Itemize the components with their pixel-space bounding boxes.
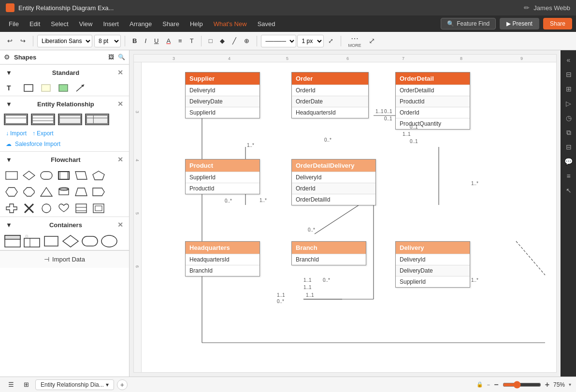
right-panel-clock[interactable]: ◷ — [563, 112, 575, 124]
font-family-select[interactable]: Liberation Sans Arial Helvetica — [37, 35, 92, 47]
zoom-slider[interactable] — [503, 381, 541, 389]
text-align-button[interactable]: T — [187, 35, 197, 46]
entity-supplier[interactable]: Supplier DeliveryId DeliveryDate Supplie… — [185, 72, 260, 118]
image-icon[interactable]: 🖼 — [108, 54, 114, 60]
fc-circle[interactable] — [39, 202, 54, 215]
right-panel-grid[interactable]: ⊞ — [563, 83, 575, 95]
list-view-button[interactable]: ☰ — [5, 379, 17, 390]
search-icon[interactable]: 🔍 — [118, 54, 125, 60]
ct-shape-4[interactable] — [62, 234, 79, 248]
grid-view-button[interactable]: ⊞ — [20, 379, 32, 390]
standard-section-header[interactable]: ▼ Standard ✕ — [0, 65, 129, 80]
ct-shape-3[interactable] — [43, 234, 60, 248]
zoom-dropdown-icon[interactable]: ▾ — [569, 382, 571, 387]
import-button[interactable]: ↓ Import — [6, 130, 27, 137]
fc-pentagon[interactable] — [91, 169, 106, 182]
more-button[interactable]: ⋯ MORE — [345, 33, 364, 49]
fill-shape-button[interactable]: □ — [205, 35, 216, 46]
right-panel-format[interactable]: ⊟ — [563, 141, 575, 153]
fc-rect-thick[interactable] — [56, 169, 72, 182]
entity-product[interactable]: Product SupplierId ProductId — [185, 159, 260, 194]
edit-title-icon[interactable]: ✏ — [524, 4, 530, 12]
share-button[interactable]: Share — [543, 18, 572, 29]
fc-cylinder[interactable] — [56, 186, 72, 198]
er-close-icon[interactable]: ✕ — [117, 100, 123, 108]
fc-heart[interactable] — [56, 202, 72, 215]
fc-list[interactable] — [73, 202, 89, 215]
add-tab-button[interactable]: + — [117, 379, 128, 390]
colored-rect-shape[interactable] — [56, 82, 71, 94]
menu-saved[interactable]: Saved — [253, 18, 280, 29]
ct-shape-6[interactable] — [101, 234, 118, 248]
canvas-area[interactable]: 3 4 5 6 7 8 9 3 4 5 6 0..* — [130, 50, 561, 377]
import-data-button[interactable]: ⊣ Import Data — [0, 250, 129, 268]
menu-arrange[interactable]: Arrange — [125, 18, 157, 29]
arrow-shape[interactable] — [73, 82, 88, 94]
ct-close-icon[interactable]: ✕ — [117, 221, 123, 229]
connection-style-button[interactable]: ⊕ — [241, 35, 253, 46]
right-panel-layers[interactable]: ⧉ — [563, 127, 575, 138]
fc-double[interactable] — [91, 202, 106, 215]
fill-color-button[interactable]: ◆ — [216, 35, 228, 46]
er-shape-2[interactable] — [31, 114, 55, 125]
entity-delivery[interactable]: Delivery DeliveryId DeliveryDate Supplie… — [395, 241, 470, 288]
sticky-shape[interactable] — [39, 82, 53, 94]
font-color-button[interactable]: A — [163, 35, 174, 46]
fc-hexagon[interactable] — [4, 186, 19, 198]
right-panel-present[interactable]: ▷ — [563, 98, 575, 109]
entity-order[interactable]: Order OrderId OrderDate HeadquartersId — [291, 72, 369, 118]
underline-button[interactable]: U — [151, 35, 162, 46]
right-panel-more[interactable]: ≡ — [563, 170, 575, 182]
diagram-tab[interactable]: Entity Relationship Dia... ▾ — [35, 379, 114, 390]
bold-button[interactable]: B — [129, 35, 140, 46]
fc-octagon[interactable] — [21, 186, 37, 198]
text-shape[interactable]: T — [4, 82, 18, 94]
menu-view[interactable]: View — [74, 18, 98, 29]
er-section-header[interactable]: ▼ Entity Relationship ✕ — [0, 96, 129, 112]
flowchart-section-header[interactable]: ▼ Flowchart ✕ — [0, 152, 129, 167]
er-shape-1[interactable] — [4, 114, 28, 125]
fc-rect[interactable] — [4, 169, 19, 182]
entity-orderdetail[interactable]: OrderDetail OrderDetailId ProductId Orde… — [395, 72, 470, 130]
right-panel-pages[interactable]: ⊟ — [563, 69, 575, 80]
undo-button[interactable]: ↩ — [4, 35, 16, 46]
er-shape-3[interactable] — [58, 114, 82, 125]
entity-headquarters[interactable]: Headquarters HeadquartersId BranchId — [185, 241, 260, 276]
menu-insert[interactable]: Insert — [98, 18, 124, 29]
canvas[interactable]: 3 4 5 6 7 8 9 3 4 5 6 0..* — [133, 54, 557, 373]
menu-share[interactable]: Share — [158, 18, 184, 29]
zoom-minus-button[interactable]: − — [494, 380, 498, 389]
italic-button[interactable]: I — [141, 35, 150, 46]
line-style-select[interactable]: ───── - - - - — [261, 35, 296, 47]
fc-triangle[interactable] — [39, 186, 54, 198]
font-size-select[interactable]: 8 pt 10 pt 12 pt 14 pt — [94, 35, 121, 47]
fc-rounded[interactable] — [39, 169, 54, 182]
ct-shape-2[interactable]: □ — [23, 234, 41, 248]
ct-shape-1[interactable] — [4, 234, 21, 248]
right-panel-cursor[interactable]: ↖ — [563, 185, 575, 196]
salesforce-button[interactable]: ☁ Salesforce Import — [0, 140, 129, 151]
line-color-button[interactable]: ╱ — [229, 35, 240, 46]
fc-close-icon[interactable]: ✕ — [117, 156, 123, 163]
align-button[interactable]: ≡ — [175, 35, 186, 46]
entity-orderdetaildelivery[interactable]: OrderDetailDelivery DeliveryId OrderId O… — [291, 159, 376, 205]
fc-parallelogram[interactable] — [73, 169, 89, 182]
menu-help[interactable]: Help — [185, 18, 208, 29]
menu-file[interactable]: File — [4, 18, 24, 29]
right-panel-collapse[interactable]: « — [563, 54, 575, 66]
redo-button[interactable]: ↪ — [17, 35, 29, 46]
ct-shape-5[interactable] — [81, 234, 99, 248]
containers-section-header[interactable]: ▼ Containers ✕ — [0, 217, 129, 232]
tab-dropdown-icon[interactable]: ▾ — [106, 381, 109, 388]
fc-xshape[interactable] — [21, 202, 37, 215]
menu-whats-new[interactable]: What's New — [209, 18, 252, 29]
expand-button[interactable]: ⤢ — [366, 35, 378, 46]
transform-button[interactable]: ⤢ — [325, 35, 337, 46]
fc-trapezoid[interactable] — [73, 186, 89, 198]
rect-shape[interactable] — [21, 82, 36, 94]
fc-cross[interactable] — [4, 202, 19, 215]
right-panel-chat[interactable]: 💬 — [563, 156, 575, 167]
feature-find-button[interactable]: 🔍 Feature Find — [441, 18, 496, 29]
export-button[interactable]: ↑ Export — [32, 130, 54, 137]
er-shape-4[interactable] — [85, 114, 109, 125]
